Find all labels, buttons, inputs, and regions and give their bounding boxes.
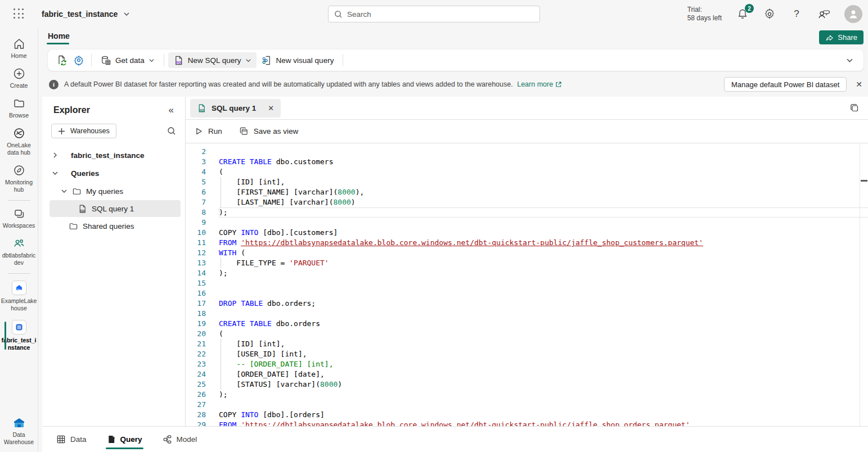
- nav-item-examplelakehouse[interactable]: ExampleLakehouse: [0, 277, 38, 316]
- info-icon: i: [49, 80, 59, 89]
- app-launcher-icon[interactable]: [14, 8, 25, 20]
- share-button[interactable]: Share: [819, 30, 863, 44]
- code-line[interactable]: 23 -- [ORDER_DATE] [int],: [186, 359, 868, 369]
- code-line[interactable]: 22 [USER_ID] [int],: [186, 349, 868, 359]
- global-search[interactable]: [328, 6, 540, 22]
- help-button[interactable]: ?: [790, 8, 803, 20]
- code-line[interactable]: 29FROM 'https://dbtlabsynapsedatalake.bl…: [186, 420, 868, 426]
- collapse-ribbon-button[interactable]: [846, 57, 853, 64]
- notifications-button[interactable]: 2: [736, 8, 749, 20]
- nav-workspaces[interactable]: Workspaces: [0, 204, 38, 233]
- add-warehouses-button[interactable]: Warehouses: [51, 124, 116, 138]
- line-number: 21: [186, 339, 206, 349]
- nav-browse[interactable]: Browse: [0, 93, 38, 123]
- tab-sql-query-1[interactable]: SQL SQL query 1 ✕: [190, 99, 281, 117]
- tree-item-warehouse[interactable]: fabric_test_instance: [42, 146, 185, 164]
- run-button[interactable]: Run: [195, 127, 222, 135]
- new-sql-query-button[interactable]: SQL New SQL query: [168, 52, 257, 68]
- document-refresh-icon: [56, 55, 68, 66]
- manage-dataset-button[interactable]: Manage default Power BI dataset: [724, 77, 847, 92]
- code-line[interactable]: 28COPY INTO [dbo].[orders]: [186, 410, 868, 420]
- editor-scrollbar[interactable]: [860, 144, 860, 426]
- code-line[interactable]: 4(: [186, 167, 868, 177]
- code-line[interactable]: 27: [186, 400, 868, 410]
- code-line[interactable]: 13 FILE_TYPE = 'PARQUET': [186, 258, 868, 268]
- code-line[interactable]: 26);: [186, 390, 868, 400]
- sql-code-editor[interactable]: 23CREATE TABLE dbo.customers4(5 [ID] [in…: [186, 143, 868, 426]
- tree-item-my-queries[interactable]: My queries: [42, 182, 185, 200]
- code-line[interactable]: 12WITH (: [186, 248, 868, 258]
- code-line[interactable]: 16: [186, 288, 868, 299]
- feedback-button[interactable]: [817, 8, 830, 20]
- nav-workspace-dbtlabsfabricdev[interactable]: dbtlabsfabricdev: [0, 233, 38, 270]
- collapse-explorer-icon[interactable]: «: [169, 105, 174, 116]
- tab-query[interactable]: Query: [107, 427, 142, 452]
- get-data-button[interactable]: Get data: [96, 52, 160, 68]
- nav-home[interactable]: Home: [0, 34, 38, 64]
- code-line[interactable]: 21 [ID] [int],: [186, 339, 868, 349]
- code-line[interactable]: 6 [FIRST_NAME] [varchar](8000),: [186, 187, 868, 197]
- banner-message: A default Power BI dataset for faster re…: [64, 80, 562, 88]
- line-number: 22: [186, 349, 206, 359]
- tab-data[interactable]: Data: [56, 427, 87, 452]
- code-line[interactable]: 20(: [186, 329, 868, 339]
- save-as-view-button[interactable]: Save as view: [239, 126, 299, 136]
- app-root: fabric_test_instance Trial: 58 days left…: [0, 0, 868, 452]
- nav-item-fabric-test-instance[interactable]: fabric_test_instance: [0, 316, 38, 355]
- code-line[interactable]: 24 [ORDER_DATE] [date],: [186, 369, 868, 379]
- line-number: 8: [186, 207, 206, 218]
- code-line[interactable]: 9: [186, 218, 868, 228]
- settings-button[interactable]: [763, 8, 776, 20]
- nav-monitoring-hub[interactable]: Monitoring hub: [0, 160, 38, 197]
- chevron-down-icon: [149, 57, 155, 64]
- data-grid-icon: [56, 435, 66, 444]
- tab-model[interactable]: Model: [163, 427, 197, 452]
- code-line[interactable]: 5 [ID] [int],: [186, 177, 868, 187]
- close-tab-icon[interactable]: ✕: [268, 104, 274, 112]
- learn-more-link[interactable]: Learn more: [517, 80, 562, 88]
- tree-item-shared-queries[interactable]: Shared queries: [42, 217, 185, 235]
- tree-item-queries[interactable]: Queries: [42, 164, 185, 182]
- line-number: 2: [186, 147, 206, 157]
- search-icon: [334, 10, 343, 19]
- code-line[interactable]: 15: [186, 278, 868, 288]
- code-line[interactable]: 25 [STATUS] [varchar](8000): [186, 379, 868, 390]
- code-line[interactable]: 18: [186, 309, 868, 319]
- code-line[interactable]: 14);: [186, 268, 868, 278]
- new-visual-query-button[interactable]: New visual query: [257, 52, 339, 68]
- line-number: 29: [186, 420, 206, 426]
- svg-text:SQL: SQL: [176, 61, 183, 64]
- toolbar-divider: [164, 54, 164, 66]
- get-data-icon: [101, 55, 111, 66]
- tree-item-sql-query-1[interactable]: SQL SQL query 1: [50, 200, 181, 217]
- nav-create[interactable]: Create: [0, 64, 38, 93]
- tab-home[interactable]: Home: [47, 29, 71, 43]
- code-line[interactable]: 2: [186, 147, 868, 157]
- notification-badge: 2: [745, 4, 754, 13]
- sql-file-icon: SQL: [197, 103, 206, 113]
- line-number: 15: [186, 278, 206, 288]
- code-line[interactable]: 17DROP TABLE dbo.orders;: [186, 299, 868, 309]
- code-line[interactable]: 19CREATE TABLE dbo.orders: [186, 319, 868, 329]
- nav-onelake-data-hub[interactable]: OneLake data hub: [0, 123, 38, 160]
- workspace-switcher[interactable]: fabric_test_instance: [42, 10, 130, 19]
- code-line[interactable]: 3CREATE TABLE dbo.customers: [186, 157, 868, 167]
- line-number: 9: [186, 218, 206, 228]
- code-line[interactable]: 8);: [186, 207, 868, 218]
- onelake-icon: [13, 127, 25, 139]
- nav-data-warehouse[interactable]: Data Warehouse: [0, 413, 38, 450]
- banner-close-icon[interactable]: ✕: [856, 80, 862, 89]
- refresh-semantic-model-button[interactable]: [53, 52, 70, 68]
- scrollbar-thumb[interactable]: [861, 180, 867, 182]
- code-line[interactable]: 7 [LAST_NAME] [varchar](8000): [186, 197, 868, 207]
- workspace-name: fabric_test_instance: [42, 10, 118, 19]
- code-line[interactable]: 11FROM 'https://dbtlabsynapsedatalake.bl…: [186, 238, 868, 248]
- search-input[interactable]: [347, 10, 534, 19]
- account-avatar[interactable]: [844, 5, 862, 23]
- search-icon[interactable]: [167, 126, 176, 135]
- line-number: 11: [186, 238, 206, 248]
- warehouse-settings-button[interactable]: [70, 52, 87, 68]
- line-number: 13: [186, 258, 206, 268]
- copy-icon[interactable]: [849, 103, 860, 113]
- code-line[interactable]: 10COPY INTO [dbo].[customers]: [186, 228, 868, 238]
